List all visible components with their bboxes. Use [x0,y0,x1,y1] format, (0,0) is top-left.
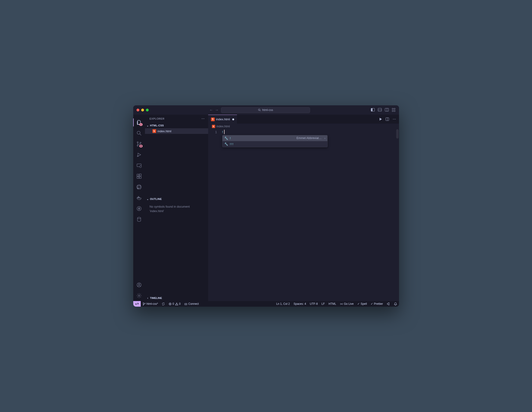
svg-point-18 [137,206,141,211]
status-encoding[interactable]: UTF-8 [308,302,320,306]
svg-point-22 [138,295,140,296]
status-bar: html-css* 0 0 Connect Ln 1, Col 2 Spaces… [133,301,399,307]
toggle-primary-sidebar-button[interactable] [371,108,375,112]
suggest-widget: 🔧 ! Emmet Abbreviat… › 🔧 !!! [222,135,328,147]
branch-name: html-css* [147,302,158,306]
status-notifications[interactable] [392,302,399,306]
bell-icon [394,302,397,306]
status-sync[interactable] [160,302,167,306]
breadcrumb[interactable]: 5 index.html [208,124,399,129]
command-center-search[interactable]: html-css [221,107,310,113]
editor-body[interactable]: 1 ! 🔧 ! Emmet Abbreviat… › 🔧 [208,129,399,301]
timeline-header[interactable]: › TIMELINE [145,295,208,301]
text-cursor [224,130,225,134]
activity-database[interactable] [133,214,145,225]
search-icon [258,109,261,112]
split-editor-button[interactable] [386,118,389,121]
editor-more-button[interactable]: ⋯ [393,117,396,121]
outline-header[interactable]: ⌄ OUTLINE [145,196,208,202]
tab-label: index.html [216,118,230,121]
nav-forward-button[interactable]: → [215,108,219,112]
editor-tab[interactable]: 5 index.html [208,115,237,124]
connect-label: Connect [188,302,199,306]
activity-account[interactable] [133,280,145,290]
svg-point-7 [137,156,138,157]
status-cursor-position[interactable]: Ln 1, Col 2 [275,302,292,306]
status-problems[interactable]: 0 0 [167,302,182,306]
docker-icon [136,195,142,201]
svg-point-29 [186,304,186,304]
warning-icon [175,302,178,306]
svg-point-23 [143,302,143,303]
folder-header[interactable]: ⌄ HTML-CSS [145,123,208,128]
activity-explorer[interactable]: 1 [133,117,145,128]
run-button[interactable] [380,118,382,121]
svg-point-19 [137,217,141,219]
activity-source-control[interactable]: ⧗ [133,139,145,149]
customize-layout-button[interactable] [392,108,396,112]
activity-extensions[interactable] [133,171,145,182]
search-icon [136,130,142,136]
status-prettier[interactable]: ✓ Prettier [369,302,385,306]
line-gutter: 1 [208,129,222,301]
scrollbar-thumb[interactable] [396,129,399,139]
outline-body: No symbols found in document 'index.html… [145,202,208,295]
svg-point-25 [144,303,145,304]
editor-actions: ⋯ [380,117,399,121]
chevron-right-icon: › [146,297,149,300]
minimize-window-button[interactable] [141,109,144,112]
status-eol[interactable]: LF [320,302,327,306]
status-spell[interactable]: ✓ Spell [355,302,369,306]
close-window-button[interactable] [136,109,139,112]
breadcrumb-text: index.html [217,125,230,128]
status-branch[interactable]: html-css* [141,302,160,306]
tab-bar: 5 index.html ⋯ [208,115,399,124]
code-text: ! [222,130,223,134]
activity-github[interactable] [133,182,145,192]
activity-docker[interactable] [133,192,145,203]
warning-count: 0 [179,302,181,306]
status-golive[interactable]: Go Live [338,302,355,306]
svg-rect-11 [137,177,139,178]
main-area: 1 ⧗ [133,115,399,301]
activity-thunder[interactable] [133,203,145,214]
wrench-icon: 🔧 [224,142,228,147]
activity-remote[interactable] [133,160,145,171]
branch-icon [142,302,146,306]
debug-icon [136,152,142,158]
svg-rect-13 [139,174,141,176]
suggest-item[interactable]: 🔧 !!! [222,141,327,147]
code-area[interactable]: ! 🔧 ! Emmet Abbreviat… › 🔧 !!! [222,129,399,301]
remote-indicator[interactable] [133,301,141,307]
activity-settings[interactable] [133,290,145,301]
github-icon [136,184,142,190]
toggle-panel-button[interactable] [378,108,382,112]
explorer-more-button[interactable]: ⋯ [201,117,205,121]
status-language[interactable]: HTML [327,302,338,306]
status-indentation[interactable]: Spaces: 4 [292,302,308,306]
html-file-icon: 5 [211,118,215,121]
maximize-window-button[interactable] [146,109,149,112]
toggle-secondary-sidebar-button[interactable] [385,108,389,112]
error-icon [169,302,172,306]
activity-debug[interactable] [133,149,145,160]
error-count: 0 [172,302,174,306]
app-window: ← → html-css 1 [133,105,399,307]
svg-point-30 [341,303,342,304]
file-tree: 5 index.html [145,128,208,196]
status-feedback[interactable] [385,302,392,306]
status-ports[interactable]: Connect [182,302,201,306]
nav-back-button[interactable]: ← [209,108,213,112]
wrench-icon: 🔧 [224,136,228,141]
check-icon: ✓ [371,302,373,306]
port-icon [184,302,187,306]
svg-rect-17 [138,197,139,197]
editor-zone: 5 index.html ⋯ 5 index.html 1 [208,115,399,301]
folder-name: HTML-CSS [150,124,164,127]
svg-rect-12 [139,177,141,178]
file-tree-item[interactable]: 5 index.html [145,128,208,134]
activity-search[interactable] [133,128,145,139]
titlebar-center: ← → html-css [149,107,371,113]
dirty-indicator-icon [232,118,234,120]
suggest-item[interactable]: 🔧 ! Emmet Abbreviat… › [222,135,327,141]
